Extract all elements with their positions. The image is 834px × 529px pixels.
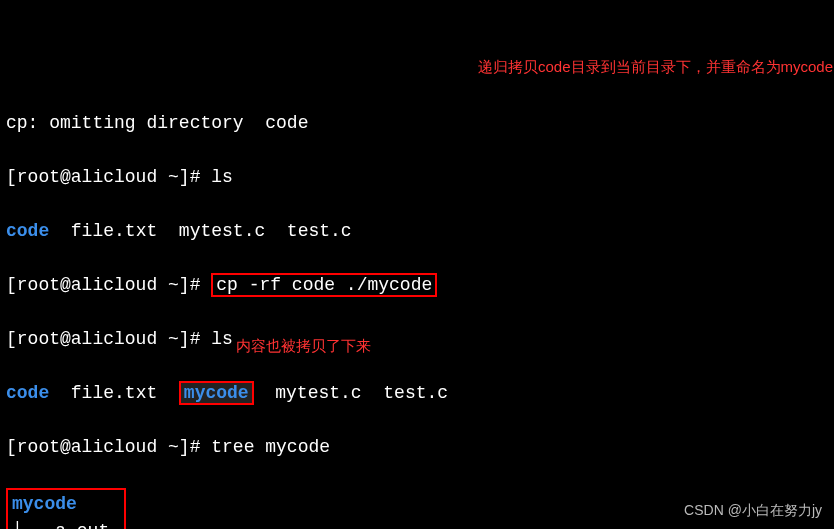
terminal-line-tree: [root@alicloud ~]# tree mycode xyxy=(6,434,828,461)
terminal-line-ls1: [root@alicloud ~]# ls xyxy=(6,164,828,191)
dir-mycode-highlighted: mycode xyxy=(179,381,254,405)
command-cp-boxed: cp -rf code ./mycode xyxy=(211,273,437,297)
prompt: [root@alicloud ~]# xyxy=(6,167,211,187)
dir-code: code xyxy=(6,383,49,403)
dir-code: code xyxy=(6,221,49,241)
tree-output-box: mycode├── a.out└── test.c xyxy=(6,488,126,529)
prompt: [root@alicloud ~]# xyxy=(6,275,211,295)
watermark: CSDN @小白在努力jy xyxy=(684,500,822,521)
annotation-cp: 递归拷贝code目录到当前目录下，并重命名为mycode xyxy=(478,56,818,77)
file-list: file.txt mytest.c test.c xyxy=(49,221,351,241)
terminal-line-partial: cp: omitting directory code xyxy=(6,110,828,137)
tree-item-aout: ├── a.out xyxy=(12,518,120,529)
terminal-line-ls1-output: code file.txt mytest.c test.c xyxy=(6,218,828,245)
annotation-cat: 内容也被拷贝了下来 xyxy=(236,335,371,356)
terminal-line-cp: [root@alicloud ~]# cp -rf code ./mycode xyxy=(6,272,828,299)
tree-root: mycode xyxy=(12,494,77,514)
prompt: [root@alicloud ~]# xyxy=(6,329,211,349)
command-ls: ls xyxy=(211,167,233,187)
command-tree: tree mycode xyxy=(211,437,330,457)
command-ls: ls xyxy=(211,329,233,349)
terminal-line-ls2: [root@alicloud ~]# ls xyxy=(6,326,828,353)
prompt: [root@alicloud ~]# xyxy=(6,437,211,457)
terminal-line-ls2-output: code file.txt mycode mytest.c test.c xyxy=(6,380,828,407)
